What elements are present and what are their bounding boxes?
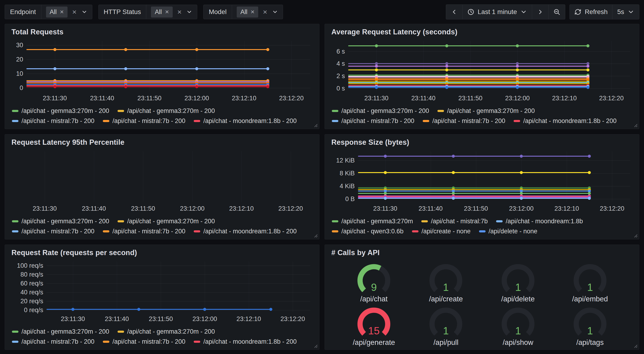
legend-item[interactable]: /api/chat - mistral:7b - 200 xyxy=(423,117,505,125)
series-point xyxy=(195,67,198,70)
series-line xyxy=(358,191,589,191)
legend-item[interactable]: /api/delete - none xyxy=(479,228,538,235)
series-line xyxy=(46,309,271,310)
timeseries-chart: 0 req/s20 req/s40 req/s60 req/s80 req/s1… xyxy=(11,258,313,324)
legend-item[interactable]: /api/chat - mistral:7b - 200 xyxy=(103,117,185,125)
gauge-label: /api/show xyxy=(503,338,533,347)
x-axis-label: 23:11:40 xyxy=(411,95,435,102)
legend-item[interactable]: /api/chat - moondream:1.8b - 200 xyxy=(514,117,616,125)
chart-legend: /api/chat - gemma3:270m - 200/api/chat -… xyxy=(11,328,313,345)
legend-item[interactable]: /api/chat - qwen3:0.6b xyxy=(332,228,404,235)
legend-item[interactable]: /api/chat - gemma3:270m - 200 xyxy=(332,107,429,115)
remove-chip-icon[interactable]: × xyxy=(251,9,254,15)
filter-model-value[interactable]: All × × xyxy=(232,5,283,19)
legend-item[interactable]: /api/chat - mistral:7b xyxy=(421,218,488,225)
legend-item[interactable]: /api/chat - mistral:7b - 200 xyxy=(332,117,414,125)
x-axis-label: 23:12:10 xyxy=(229,205,254,212)
time-range-picker[interactable]: Last 1 minute xyxy=(463,5,532,19)
time-back-button[interactable] xyxy=(446,5,463,19)
filter-endpoint-value[interactable]: All × × xyxy=(41,5,92,19)
legend-label: /api/chat - gemma3:270m - 200 xyxy=(22,107,109,115)
panel-title[interactable]: Response Size (bytes) xyxy=(331,138,633,147)
clear-filter-icon[interactable]: × xyxy=(72,8,77,16)
legend-item[interactable]: /api/chat - gemma3:270m - 200 xyxy=(12,218,109,225)
clear-filter-icon[interactable]: × xyxy=(263,8,267,16)
legend-item[interactable]: /api/chat - mistral:7b - 200 xyxy=(12,117,94,125)
legend-item[interactable]: /api/chat - gemma3:270m - 200 xyxy=(438,107,535,115)
panel-resize-handle[interactable] xyxy=(632,122,638,127)
filter-label: HTTP Status xyxy=(98,5,146,19)
legend-label: /api/chat - gemma3:270m - 200 xyxy=(127,218,215,225)
legend-item[interactable]: /api/chat - mistral:7b - 200 xyxy=(103,228,185,235)
panel-resize-handle[interactable] xyxy=(632,343,638,348)
gauge-arc: 1 xyxy=(424,260,468,294)
series-point xyxy=(384,155,387,158)
panel-title[interactable]: # Calls by API xyxy=(331,248,633,257)
filter-endpoint[interactable]: Endpoint All × × xyxy=(5,5,92,19)
panel-resize-handle[interactable] xyxy=(313,122,318,127)
filter-model[interactable]: Model All × × xyxy=(203,5,283,19)
panel-average-request-latency: Average Request Latency (seconds) 0 s2 s… xyxy=(324,24,639,129)
refresh-interval-picker[interactable]: 5s xyxy=(612,5,639,19)
filter-chip[interactable]: All × xyxy=(151,7,172,18)
legend-item[interactable]: /api/chat - gemma3:270m xyxy=(332,218,413,225)
x-axis-label: 23:12:20 xyxy=(279,95,304,102)
series-point xyxy=(586,65,589,68)
x-gridline xyxy=(94,151,94,202)
time-forward-button[interactable] xyxy=(532,5,549,19)
legend-item[interactable]: /api/chat - moondream:1.8b xyxy=(496,218,583,225)
legend-item[interactable]: /api/create - none xyxy=(412,228,470,235)
series-line xyxy=(358,156,589,157)
gauge-arc: 1 xyxy=(496,303,540,338)
legend-item[interactable]: /api/chat - gemma3:270m - 200 xyxy=(118,107,215,115)
series-point xyxy=(375,86,378,89)
legend-swatch xyxy=(12,230,18,232)
panel-title[interactable]: Request Rate (requests per second) xyxy=(12,248,313,257)
panel-title[interactable]: Request Latency 95th Percentile xyxy=(12,138,313,147)
chart-legend: /api/chat - gemma3:270m - 200/api/chat -… xyxy=(331,107,633,125)
legend-item[interactable]: /api/chat - gemma3:270m - 200 xyxy=(12,328,109,335)
x-gridline xyxy=(143,151,143,202)
series-point xyxy=(53,85,56,88)
panel-resize-handle[interactable] xyxy=(313,233,318,238)
filter-chip[interactable]: All × xyxy=(46,7,68,18)
filter-http-status-value[interactable]: All × × xyxy=(146,5,197,19)
series-point xyxy=(446,86,448,89)
resize-icon xyxy=(313,343,318,348)
legend-item[interactable]: /api/chat - gemma3:270m - 200 xyxy=(12,107,109,115)
panel-title[interactable]: Average Request Latency (seconds) xyxy=(331,28,633,36)
x-gridline xyxy=(161,262,161,312)
chevron-down-icon xyxy=(520,9,527,16)
legend-item[interactable]: /api/chat - gemma3:270m - 200 xyxy=(118,218,215,225)
y-gridline xyxy=(26,59,310,60)
refresh-button[interactable]: Refresh xyxy=(570,5,612,19)
legend-item[interactable]: /api/chat - moondream:1.8b - 200 xyxy=(194,338,296,345)
y-axis-label: 20 req/s xyxy=(20,297,43,305)
filter-http-status[interactable]: HTTP Status All × × xyxy=(98,5,198,19)
chevron-down-icon xyxy=(628,9,634,16)
filter-chip[interactable]: All × xyxy=(237,7,258,18)
y-gridline xyxy=(46,292,310,292)
legend-item[interactable]: /api/chat - mistral:7b - 200 xyxy=(12,228,94,235)
chart-legend: /api/chat - gemma3:270m - 200/api/chat -… xyxy=(11,218,313,235)
panel-title[interactable]: Total Requests xyxy=(12,28,313,36)
series-point xyxy=(586,45,589,48)
zoom-out-button[interactable] xyxy=(549,5,565,19)
legend-item[interactable]: /api/chat - mistral:7b - 200 xyxy=(103,338,185,345)
panel-resize-handle[interactable] xyxy=(632,233,638,238)
legend-item[interactable]: /api/chat - gemma3:270m - 200 xyxy=(118,328,215,335)
series-line xyxy=(348,80,588,81)
x-gridline xyxy=(249,262,249,312)
remove-chip-icon[interactable]: × xyxy=(60,9,64,15)
clear-filter-icon[interactable]: × xyxy=(177,8,182,16)
series-line xyxy=(26,80,268,81)
zoom-out-icon xyxy=(553,9,560,16)
series-point xyxy=(384,171,387,174)
gauge-/api/embed: 1/api/embed xyxy=(568,260,612,303)
panel-resize-handle[interactable] xyxy=(313,343,318,348)
legend-item[interactable]: /api/chat - moondream:1.8b - 200 xyxy=(194,228,296,235)
legend-item[interactable]: /api/chat - mistral:7b - 200 xyxy=(12,338,94,345)
legend-label: /api/chat - qwen3:0.6b xyxy=(342,228,404,235)
remove-chip-icon[interactable]: × xyxy=(165,9,169,15)
legend-item[interactable]: /api/chat - moondream:1.8b - 200 xyxy=(194,117,296,125)
